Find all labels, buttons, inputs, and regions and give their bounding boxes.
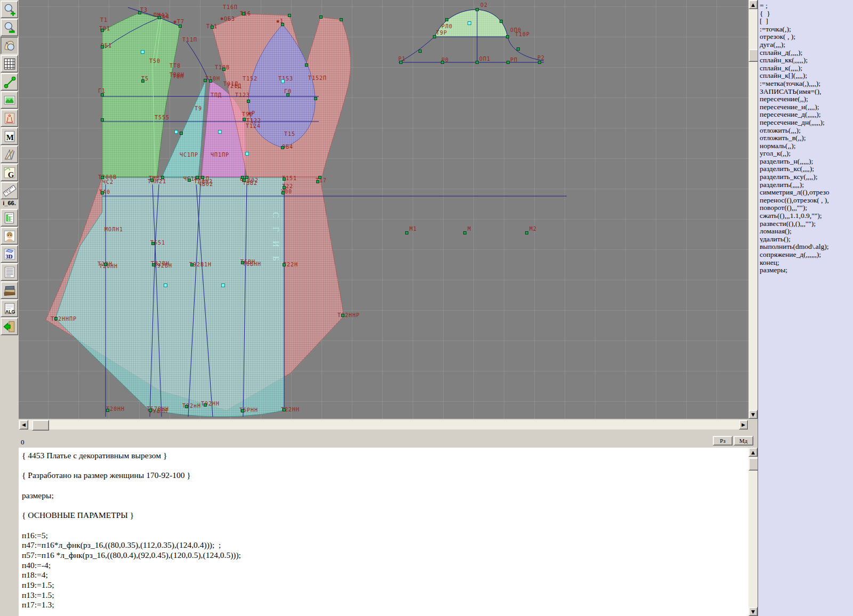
point-marker[interactable] bbox=[101, 45, 104, 48]
command-item[interactable]: конец; bbox=[760, 258, 853, 266]
point-marker[interactable] bbox=[316, 180, 319, 183]
point-marker[interactable] bbox=[283, 186, 286, 189]
command-item[interactable]: = ; bbox=[760, 2, 853, 10]
point-marker[interactable] bbox=[340, 18, 343, 21]
point-marker[interactable] bbox=[138, 11, 141, 14]
point-marker[interactable] bbox=[54, 317, 58, 320]
point-marker[interactable] bbox=[441, 61, 444, 64]
alg-document-button[interactable]: ALG bbox=[1, 299, 18, 317]
command-item[interactable]: отложить(,,,); bbox=[760, 126, 853, 134]
command-item[interactable]: { } bbox=[760, 10, 853, 18]
point-marker[interactable] bbox=[341, 314, 344, 317]
point-marker[interactable] bbox=[222, 68, 226, 71]
algorithm-editor[interactable]: { 4453 Платье с декоративным вырезом } {… bbox=[19, 448, 749, 616]
command-item[interactable]: удалить(); bbox=[760, 235, 853, 243]
point-marker[interactable] bbox=[190, 263, 194, 266]
point-marker[interactable] bbox=[538, 61, 541, 64]
point-marker[interactable] bbox=[180, 132, 183, 135]
point-marker[interactable] bbox=[209, 79, 212, 83]
point-marker[interactable] bbox=[525, 231, 528, 234]
md-button[interactable]: Мд bbox=[734, 436, 753, 445]
point-marker[interactable] bbox=[204, 79, 207, 82]
command-item[interactable]: пересечение_дн(,,,,,); bbox=[760, 118, 853, 126]
command-item[interactable]: отрезок( , ); bbox=[760, 33, 853, 40]
command-item[interactable]: сплайн_д(,,,,); bbox=[760, 48, 853, 56]
point-marker[interactable] bbox=[152, 263, 155, 266]
point-marker[interactable] bbox=[506, 61, 510, 64]
point-marker[interactable] bbox=[445, 18, 448, 21]
point-marker[interactable] bbox=[242, 12, 245, 15]
text-list-button[interactable] bbox=[1, 263, 18, 281]
point-marker[interactable] bbox=[106, 409, 109, 412]
point-marker[interactable] bbox=[405, 231, 408, 234]
point-marker[interactable] bbox=[149, 409, 152, 412]
point-marker[interactable] bbox=[211, 26, 214, 29]
command-item[interactable]: разделить_н(,,,,,); bbox=[760, 157, 853, 165]
command-item[interactable]: сопряжение_д(,,,,,,); bbox=[760, 250, 853, 258]
point-marker[interactable] bbox=[500, 20, 503, 23]
command-item[interactable]: :=метка(точка(,),,,,); bbox=[760, 79, 853, 87]
point-marker[interactable] bbox=[318, 176, 321, 179]
point-marker[interactable] bbox=[101, 118, 104, 121]
point-marker[interactable] bbox=[101, 93, 104, 96]
rz-button[interactable]: Рз bbox=[713, 436, 733, 445]
point-marker[interactable] bbox=[281, 191, 285, 194]
grid-button[interactable] bbox=[1, 55, 18, 72]
point-marker[interactable] bbox=[104, 263, 107, 266]
command-item[interactable]: выполнить(dmod\.alg); bbox=[760, 242, 853, 250]
point-marker[interactable] bbox=[283, 177, 286, 181]
g-sketch-button[interactable]: G bbox=[1, 164, 18, 181]
zoom-in-button[interactable] bbox=[1, 1, 18, 18]
editor-scroll-down-button[interactable]: ▼ bbox=[749, 607, 758, 616]
point-marker[interactable] bbox=[243, 118, 246, 121]
view-piece-button[interactable] bbox=[1, 37, 18, 54]
point-marker[interactable] bbox=[506, 35, 509, 38]
point-marker[interactable] bbox=[161, 176, 164, 179]
command-item[interactable]: :=точка(,); bbox=[760, 25, 853, 33]
canvas-scroll-down-button[interactable]: ▼ bbox=[749, 410, 758, 419]
point-marker[interactable] bbox=[283, 263, 286, 266]
canvas-scroll-left-button[interactable]: ◀ bbox=[19, 420, 28, 429]
command-item[interactable]: развести((),(),,,""); bbox=[760, 220, 853, 228]
selected-point-marker[interactable] bbox=[174, 130, 178, 134]
point-marker[interactable] bbox=[288, 14, 291, 17]
point-marker[interactable] bbox=[141, 79, 144, 83]
command-item[interactable]: пересечение_д(,,,,,); bbox=[760, 110, 853, 118]
books-button[interactable] bbox=[1, 281, 18, 299]
point-marker[interactable] bbox=[463, 231, 466, 234]
canvas-scroll-up-button[interactable]: ▲ bbox=[749, 0, 758, 9]
point-marker[interactable] bbox=[281, 146, 284, 149]
point-marker[interactable] bbox=[283, 408, 286, 411]
point-marker[interactable] bbox=[419, 50, 422, 53]
command-item[interactable]: ломаная(); bbox=[760, 227, 853, 235]
command-item[interactable]: разделить_кс(,,,,); bbox=[760, 165, 853, 173]
command-item[interactable]: нормаль(,,); bbox=[760, 142, 853, 150]
selected-point-marker[interactable] bbox=[164, 283, 167, 287]
point-marker[interactable] bbox=[314, 97, 317, 100]
point-marker[interactable] bbox=[151, 242, 155, 245]
selected-point-marker[interactable] bbox=[221, 283, 225, 287]
zoom-out-button[interactable] bbox=[1, 19, 18, 36]
command-item[interactable]: [ ] bbox=[760, 17, 853, 25]
point-marker[interactable] bbox=[196, 176, 199, 179]
pattern-figure-button[interactable] bbox=[1, 109, 18, 127]
selected-point-marker[interactable] bbox=[468, 21, 471, 25]
point-marker[interactable] bbox=[281, 23, 284, 26]
command-item[interactable]: сжать((),,,1.1,0.9,""); bbox=[760, 212, 853, 220]
m-document-button[interactable]: M bbox=[1, 127, 18, 145]
point-marker[interactable] bbox=[241, 261, 244, 264]
point-marker[interactable] bbox=[243, 179, 246, 182]
canvas-hscroll-thumb[interactable] bbox=[32, 420, 49, 431]
point-marker[interactable] bbox=[517, 47, 520, 51]
point-marker[interactable] bbox=[150, 179, 154, 182]
point-marker[interactable] bbox=[247, 100, 250, 103]
point-marker[interactable] bbox=[101, 191, 104, 194]
selected-point-marker[interactable] bbox=[281, 79, 285, 83]
point-marker[interactable] bbox=[319, 15, 323, 19]
photo-button[interactable] bbox=[1, 227, 18, 245]
canvas-hscrollbar[interactable] bbox=[19, 420, 749, 429]
editor-scroll-up-button[interactable]: ▲ bbox=[749, 448, 758, 457]
command-item[interactable]: угол_к(,,); bbox=[760, 149, 853, 157]
i66-label[interactable]: i_66. bbox=[0, 200, 19, 208]
canvas-scroll-right-button[interactable]: ▶ bbox=[739, 420, 748, 429]
